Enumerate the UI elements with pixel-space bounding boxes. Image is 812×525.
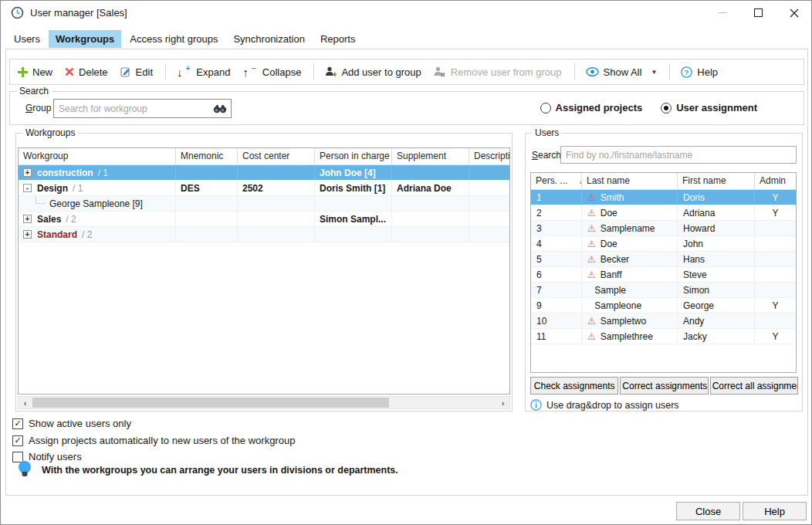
user-row[interactable]: 3⚠SamplenameHoward xyxy=(531,221,796,236)
last-name-text: Samplename xyxy=(601,223,655,234)
maximize-button[interactable] xyxy=(741,1,776,25)
assigned-projects-radio[interactable]: Assigned projects xyxy=(540,102,643,113)
workgroup-row[interactable]: +Standard/ 2 xyxy=(19,227,509,242)
correct-assignments-button[interactable]: Correct assignments xyxy=(620,377,708,395)
horizontal-scrollbar[interactable]: ‹ › xyxy=(18,396,510,409)
chevron-down-icon[interactable]: ▼ xyxy=(651,69,657,76)
workgroups-rows: +construction/ 1John Doe [4]-Design/ 1DE… xyxy=(19,165,509,242)
last-name-cell: ⚠Sampletwo xyxy=(582,313,678,328)
col-mnemonic[interactable]: Mnemonic xyxy=(176,148,238,164)
col-person-in-charge[interactable]: Person in charge xyxy=(315,148,392,164)
pers-no-cell: 9 xyxy=(531,298,582,313)
assign-projects-automatically-checkbox[interactable]: ✓ Assign projects automatically to new u… xyxy=(12,435,295,446)
close-window-button[interactable] xyxy=(776,1,811,25)
scrollbar-thumb[interactable] xyxy=(32,398,389,408)
last-name-cell: Sampleone xyxy=(582,298,678,313)
delete-button[interactable]: Delete xyxy=(65,66,108,78)
user-row[interactable]: 6⚠BanffSteve xyxy=(531,267,796,283)
user-row[interactable]: 4⚠DoeJohn xyxy=(531,236,796,252)
mnemonic-cell xyxy=(176,196,238,211)
workgroup-count: / 2 xyxy=(82,229,92,240)
first-name-cell: John xyxy=(678,236,755,251)
warning-icon: ⚠ xyxy=(587,223,596,234)
col-last-name[interactable]: Last name xyxy=(582,173,678,189)
minimize-button[interactable] xyxy=(705,1,740,25)
col-cost-center[interactable]: Cost center xyxy=(238,148,315,164)
correct-all-assignments-button[interactable]: Correct all assignments xyxy=(710,377,798,395)
collapse-minus-icon[interactable]: - xyxy=(23,184,32,192)
workgroup-row[interactable]: +Sales/ 2Simon Sampl... xyxy=(19,212,509,227)
col-pers-no[interactable]: Pers. ...▲ xyxy=(531,173,582,189)
tab-synchronization[interactable]: Synchronization xyxy=(226,30,312,48)
toolbar-separator xyxy=(574,63,575,80)
tree-connector-icon xyxy=(36,197,45,204)
user-row[interactable]: 11⚠SamplethreeJackyY xyxy=(531,329,796,344)
last-name-cell: ⚠Samplename xyxy=(582,221,678,235)
maximize-icon xyxy=(754,8,763,17)
person-in-charge-cell: Doris Smith [1] xyxy=(315,181,392,195)
supplement-cell xyxy=(392,212,469,226)
tab-reports[interactable]: Reports xyxy=(313,30,363,48)
description-cell xyxy=(469,181,509,195)
col-first-name[interactable]: First name xyxy=(678,173,755,189)
checkbox-checked-icon: ✓ xyxy=(12,435,23,446)
help-button[interactable]: Help xyxy=(743,502,807,520)
col-description[interactable]: Descripti xyxy=(469,148,509,164)
expand-button[interactable]: ↓+ Expand xyxy=(177,66,230,79)
user-row[interactable]: 2⚠DoeAdrianaY xyxy=(531,205,796,221)
col-supplement[interactable]: Supplement xyxy=(392,148,469,164)
workgroup-row[interactable]: +construction/ 1John Doe [4] xyxy=(19,165,509,181)
user-row[interactable]: 1⚠SmithDorisY xyxy=(531,190,796,205)
first-name-cell: Hans xyxy=(678,252,755,266)
pers-no-cell: 2 xyxy=(531,205,582,220)
col-admin[interactable]: Admin xyxy=(755,173,796,189)
user-row[interactable]: 10⚠SampletwoAndy xyxy=(531,313,796,329)
user-row[interactable]: 5⚠BeckerHans xyxy=(531,252,796,267)
help-icon: ? xyxy=(681,66,692,78)
user-assignment-radio[interactable]: User assignment xyxy=(661,102,757,113)
remove-user-from-group-button[interactable]: Remove user from group xyxy=(434,66,562,78)
users-table-header: Pers. ...▲ Last name First name Admin xyxy=(531,173,796,190)
expand-plus-icon[interactable]: + xyxy=(23,230,32,239)
new-button[interactable]: New xyxy=(18,66,52,78)
workgroups-legend: Workgroups xyxy=(22,127,78,138)
first-name-cell: Andy xyxy=(678,313,755,328)
mnemonic-cell xyxy=(176,165,238,180)
scrollbar-track[interactable] xyxy=(32,397,496,408)
minimize-icon xyxy=(719,12,727,13)
admin-cell xyxy=(755,221,796,235)
expand-plus-icon[interactable]: + xyxy=(23,215,32,223)
show-all-button[interactable]: Show All ▼ xyxy=(586,66,658,78)
expand-plus-icon[interactable]: + xyxy=(23,168,32,177)
eye-icon xyxy=(586,67,599,76)
col-workgroup[interactable]: Workgroup xyxy=(19,148,176,164)
tab-workgroups[interactable]: Workgroups xyxy=(49,30,121,48)
workgroup-row[interactable]: George Sampleone [9] xyxy=(19,196,509,212)
workgroup-row[interactable]: -Design/ 1DES2502Doris Smith [1]Adriana … xyxy=(19,181,509,196)
pers-no-cell: 11 xyxy=(531,329,582,344)
workgroup-cell: +construction/ 1 xyxy=(19,165,176,180)
scroll-left-icon[interactable]: ‹ xyxy=(19,397,32,408)
show-active-users-checkbox[interactable]: ✓ Show active users only xyxy=(12,418,131,429)
cost-center-cell: 2502 xyxy=(238,181,315,195)
warning-icon-placeholder xyxy=(587,300,590,311)
toolbar-help-button[interactable]: ? Help xyxy=(681,66,718,78)
edit-button[interactable]: Edit xyxy=(120,66,153,78)
user-row[interactable]: 9 SampleoneGeorgeY xyxy=(531,298,796,313)
user-row[interactable]: 7 SampleSimon xyxy=(531,283,796,298)
admin-cell xyxy=(755,313,796,328)
dragdrop-hint: Use drag&drop to assign users xyxy=(530,399,679,411)
pers-no-cell: 4 xyxy=(531,236,582,251)
scroll-right-icon[interactable]: › xyxy=(496,397,509,408)
tab-access-right-groups[interactable]: Access right groups xyxy=(123,30,225,48)
user-search-input[interactable] xyxy=(561,147,796,163)
workgroup-search-input[interactable] xyxy=(54,103,213,114)
close-button[interactable]: Close xyxy=(676,502,740,520)
last-name-cell: ⚠Samplethree xyxy=(582,329,678,344)
admin-cell: Y xyxy=(755,298,796,313)
tab-users[interactable]: Users xyxy=(7,30,47,48)
collapse-button[interactable]: ↑− Collapse xyxy=(242,66,301,79)
first-name-cell: Howard xyxy=(678,221,755,235)
add-user-to-group-button[interactable]: Add user to group xyxy=(325,66,421,78)
check-assignments-button[interactable]: Check assignments xyxy=(530,377,618,395)
